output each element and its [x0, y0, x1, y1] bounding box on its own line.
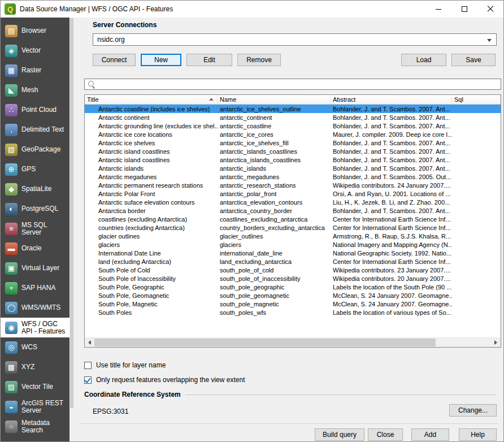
- column-header-title[interactable]: Title: [85, 95, 218, 105]
- close-icon: [487, 6, 494, 12]
- remove-button[interactable]: Remove: [237, 54, 281, 66]
- layer-table-body: Antarctic coastline (includes ice shelve…: [85, 105, 501, 337]
- sidebar-item-postgresql[interactable]: ◐PostgreSQL: [1, 199, 74, 219]
- cell-title: South Pole of Cold: [85, 267, 218, 274]
- crs-section-header: Coordinate Reference System: [84, 391, 496, 398]
- table-row[interactable]: South Pole, Geomagneticsouth_pole_geomag…: [85, 291, 501, 300]
- column-header-name[interactable]: Name: [218, 95, 331, 105]
- table-row[interactable]: Antarctic island coastlinesantarctic_isl…: [85, 147, 501, 155]
- help-button[interactable]: Help: [459, 428, 497, 441]
- sidebar-item-sap-hana[interactable]: +SAP HANA: [1, 278, 74, 298]
- table-row[interactable]: South Pole of Inaccessibilitysouth_pole_…: [85, 274, 501, 283]
- table-row[interactable]: coastlines (excluding Antarctica)coastli…: [85, 215, 501, 223]
- cell-name: south_pole_geographic: [218, 284, 331, 291]
- table-row[interactable]: countries (excluding Antarctica)country_…: [85, 223, 501, 232]
- gps-target-icon: ⊕: [5, 163, 18, 176]
- sidebar-item-point-cloud[interactable]: ∴Point Cloud: [1, 100, 74, 120]
- sidebar-item-mssql[interactable]: ≡MS SQL Server: [1, 219, 74, 239]
- wcs-globe-icon: ◎: [5, 341, 18, 354]
- table-row[interactable]: Antarctic Polar Frontantarctic_polar_fro…: [85, 189, 501, 198]
- cell-title: glaciers: [85, 241, 218, 248]
- sidebar-item-label: Vector Tile: [21, 383, 53, 391]
- table-row[interactable]: Antarctic ice core locationsantarctic_ic…: [85, 130, 501, 138]
- table-row[interactable]: South Pole of Coldsouth_pole_of_coldWiki…: [85, 266, 501, 274]
- arcgis-globe-icon: ◒: [5, 401, 18, 413]
- sap-hana-icon: +: [5, 282, 18, 294]
- sidebar-item-vector-tile[interactable]: ▨Vector Tile: [1, 377, 74, 397]
- crs-change-button[interactable]: Change...: [449, 404, 497, 417]
- table-row[interactable]: Antarctic island coastlinesantarctica_is…: [85, 155, 501, 164]
- table-row[interactable]: South Pole, Geographicsouth_pole_geograp…: [85, 283, 501, 291]
- cell-title: South Pole, Geomagnetic: [85, 292, 218, 299]
- table-row[interactable]: glaciersglaciersNational Imagery and Map…: [85, 240, 501, 249]
- table-row[interactable]: Antarctic permanent research stationsant…: [85, 181, 501, 189]
- table-row[interactable]: Antarctic continentantarctic_continentBo…: [85, 113, 501, 122]
- overlap-extent-checkbox[interactable]: Only request features overlapping the vi…: [84, 376, 245, 384]
- scroll-right-button[interactable]: [491, 338, 501, 347]
- table-row[interactable]: Antarctic grounding line (excludes ice s…: [85, 122, 501, 130]
- sidebar-item-label: WFS / OGC API - Features: [21, 320, 68, 335]
- cell-title: Antarctic megadunes: [85, 174, 218, 180]
- sidebar-item-gps[interactable]: ⊕GPS: [1, 159, 74, 179]
- cell-name: land_excluding_antarctica: [218, 258, 331, 265]
- table-row[interactable]: Antarctic suface elevation contoursantar…: [85, 198, 501, 206]
- titlebar-close-button[interactable]: [477, 1, 503, 18]
- sidebar-item-raster[interactable]: ▦Raster: [1, 60, 74, 80]
- scrollbar-thumb[interactable]: [94, 339, 436, 346]
- table-row[interactable]: Antarctic megadunesantarctic_megadunesBo…: [85, 172, 501, 181]
- use-title-checkbox[interactable]: Use title for layer name: [84, 361, 166, 369]
- connect-button[interactable]: Connect: [93, 54, 136, 66]
- sidebar-item-delimited-text[interactable]: ,Delimited Text: [1, 120, 74, 140]
- cell-abstract: Bohlander, J. and T. Scambos. 2005. Out.…: [331, 174, 452, 180]
- cell-name: antarctica_islands_coastlines: [218, 157, 331, 163]
- cell-abstract: Bohlander, J. and T. Scambos. 2007. Ant.…: [331, 157, 452, 163]
- cell-name: coastlines_excluding_antarctica: [218, 216, 331, 223]
- table-row[interactable]: South Polessouth_poles_wfsLabels the loc…: [85, 308, 501, 317]
- sidebar-item-wms-wmts[interactable]: ◯WMS/WMTS: [1, 298, 74, 318]
- sidebar-item-xyz[interactable]: ▩XYZ: [1, 357, 74, 377]
- sidebar-item-arcgis-rest[interactable]: ◒ArcGIS REST Server: [1, 397, 74, 417]
- cell-title: Antarctic ice shelves: [85, 140, 218, 146]
- sidebar-item-label: Browser: [21, 27, 46, 34]
- sidebar-item-oracle[interactable]: ▬Oracle: [1, 239, 74, 258]
- table-row[interactable]: Antarctica borderantarctica_country_bord…: [85, 206, 501, 215]
- table-row[interactable]: land (excluding Antarctica)land_excludin…: [85, 257, 501, 266]
- build-query-button[interactable]: Build query: [315, 428, 364, 441]
- table-row[interactable]: glacier outlinesglacier_outlinesArmstron…: [85, 232, 501, 240]
- edit-button[interactable]: Edit: [186, 54, 232, 66]
- sidebar-item-wcs[interactable]: ◎WCS: [1, 337, 74, 357]
- table-horizontal-scrollbar[interactable]: [85, 337, 501, 347]
- scroll-left-button[interactable]: [85, 338, 94, 347]
- minimize-button[interactable]: [425, 1, 451, 18]
- column-header-abstract[interactable]: Abstract: [331, 95, 452, 105]
- close-button[interactable]: Close: [368, 428, 403, 441]
- cell-title: South Poles: [85, 309, 218, 316]
- sidebar-item-metadata-search[interactable]: ○Metadata Search: [1, 417, 74, 436]
- save-button[interactable]: Save: [451, 54, 496, 66]
- sidebar-item-geopackage[interactable]: ▧GeoPackage: [1, 140, 74, 159]
- sidebar-item-spatialite[interactable]: ◆SpatiaLite: [1, 179, 74, 199]
- sidebar-scrollbar-thumb[interactable]: [70, 18, 73, 408]
- sidebar-scrollbar[interactable]: [69, 18, 74, 441]
- maximize-button[interactable]: [451, 1, 477, 18]
- add-button[interactable]: Add: [411, 428, 449, 441]
- table-row[interactable]: Antarctic ice shelvesantarctic_ice_shelv…: [85, 138, 501, 147]
- sidebar-item-browser[interactable]: ▤Browser: [1, 21, 74, 41]
- cell-abstract: Maurer, J. compiler. 2009. Deep ice core…: [331, 131, 452, 138]
- sidebar-item-virtual-layer[interactable]: ▣Virtual Layer: [1, 258, 74, 278]
- sidebar-item-mesh[interactable]: ◣Mesh: [1, 80, 74, 100]
- table-row[interactable]: South Pole, Magneticsouth_pole_magneticM…: [85, 300, 501, 308]
- filter-input[interactable]: [95, 79, 501, 89]
- sidebar-item-wfs[interactable]: ◉WFS / OGC API - Features: [1, 318, 74, 337]
- sidebar-item-vector[interactable]: ◈Vector: [1, 41, 74, 60]
- load-button[interactable]: Load: [401, 54, 446, 66]
- cell-abstract: Orsi, A. and Ryan, U. 2001. Locations of…: [331, 190, 452, 197]
- window-title: Data Source Manager | WFS / OGC API - Fe…: [20, 5, 173, 13]
- table-row[interactable]: International Date Lineinternational_dat…: [85, 249, 501, 257]
- scrollbar-track[interactable]: [94, 338, 491, 347]
- table-row[interactable]: Antarctic coastline (includes ice shelve…: [85, 105, 501, 113]
- column-header-sql[interactable]: Sql: [452, 95, 501, 105]
- table-row[interactable]: Antarctic islandsantarctic_islandsBohlan…: [85, 164, 501, 172]
- new-button[interactable]: New: [141, 54, 181, 66]
- connection-select[interactable]: nsidc.org: [93, 33, 497, 46]
